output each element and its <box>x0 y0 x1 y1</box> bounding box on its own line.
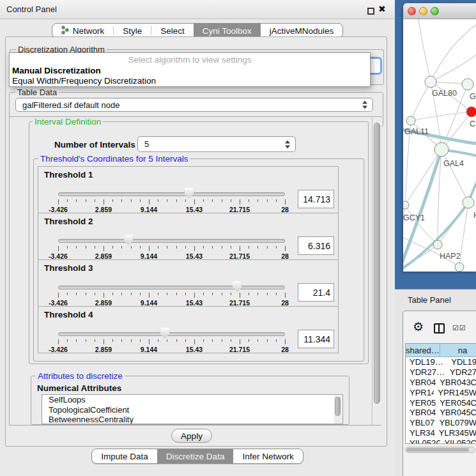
node-label: C <box>470 119 475 128</box>
node-table[interactable]: shared… na YDL19…YDL19YDR27…YDR27YBR043C… <box>405 343 476 444</box>
apply-button[interactable]: Apply <box>171 429 212 443</box>
close-icon[interactable]: ✖ <box>378 4 386 14</box>
zoom-traffic-light-icon[interactable] <box>431 7 439 15</box>
attributes-scrollbar[interactable] <box>334 395 342 424</box>
network-node[interactable] <box>455 263 464 272</box>
threshold-slider[interactable]: -3.4262.8599.14415.4321.71528 <box>58 307 285 354</box>
cell-name[interactable]: YDL19 <box>447 357 476 367</box>
threshold-value-field[interactable] <box>298 190 334 208</box>
cell-name[interactable]: YBR043C <box>436 378 476 387</box>
network-node-c[interactable] <box>466 107 476 117</box>
cell-name[interactable]: YBL079W <box>435 418 476 427</box>
network-node-gal80[interactable] <box>425 76 436 88</box>
cell-shared-name[interactable]: YPR145W <box>406 388 434 397</box>
threshold-slider[interactable]: -3.4262.8599.14415.4321.71528 <box>58 167 285 214</box>
bottom-tab-discretize-data[interactable]: Discretize Data <box>157 449 234 463</box>
cell-shared-name[interactable]: YBR045C <box>406 408 436 417</box>
numerical-attributes-list[interactable]: SelfLoopsTopologicalCoefficientBetweenne… <box>42 394 343 424</box>
network-window-titlebar[interactable] <box>403 3 476 19</box>
network-edge[interactable] <box>418 19 431 82</box>
table-row[interactable]: YDR27…YDR27 <box>406 367 476 378</box>
network-edge[interactable] <box>441 150 468 203</box>
table-row[interactable]: YPR145WYPR145W <box>406 387 476 397</box>
network-node-gcy1[interactable] <box>403 201 409 209</box>
threshold-value-field[interactable] <box>298 330 334 348</box>
horizontal-scrollbar-thumb[interactable] <box>406 448 469 452</box>
slider-track[interactable] <box>58 239 285 243</box>
slider-thumb[interactable] <box>184 188 194 199</box>
tab-jactivemnodules[interactable]: jActiveMNodules <box>261 24 343 38</box>
table-row[interactable]: YBR045CYBR045C <box>406 408 476 418</box>
threshold-slider[interactable]: -3.4262.8599.14415.4321.71528 <box>58 213 285 261</box>
threshold-row-4: Threshold 4-3.4262.8599.14415.4321.71528 <box>38 306 339 353</box>
network-node-gal11[interactable] <box>406 116 415 125</box>
network-edge[interactable] <box>431 24 476 82</box>
table-row[interactable]: YBL079WYBL079W <box>406 418 476 428</box>
tab-network[interactable]: Network <box>52 24 114 38</box>
tab-cyni-toolbox[interactable]: Cyni Toolbox <box>194 24 261 38</box>
cell-shared-name[interactable]: YER054C <box>406 398 436 408</box>
network-window[interactable]: GAL80GACGAL11GAL4GCY1HHAP2 <box>403 3 476 272</box>
column-header-name[interactable]: na <box>440 344 476 357</box>
tab-style[interactable]: Style <box>114 24 151 38</box>
slider-thumb[interactable] <box>124 234 134 245</box>
table-row[interactable]: YDL19…YDL19 <box>406 357 476 367</box>
cell-shared-name[interactable]: YDR27… <box>406 367 446 377</box>
column-header-shared-name[interactable]: shared… <box>406 344 440 357</box>
tab-label: Infer Network <box>242 452 293 461</box>
cell-shared-name[interactable]: YDL19… <box>406 357 447 367</box>
tab-select[interactable]: Select <box>151 24 194 38</box>
popup-item-manual-discretization[interactable]: Manual Discretization <box>10 66 370 77</box>
table-row[interactable]: YBR043CYBR043C <box>406 378 476 388</box>
network-node-ga[interactable] <box>462 79 473 90</box>
bottom-tab-impute-data[interactable]: Impute Data <box>92 449 157 463</box>
network-canvas[interactable]: GAL80GACGAL11GAL4GCY1HHAP2 <box>403 19 476 272</box>
network-edge[interactable] <box>411 82 431 121</box>
cell-shared-name[interactable]: YLR345W <box>406 428 435 438</box>
network-edge[interactable] <box>405 150 441 205</box>
minimize-traffic-light-icon[interactable] <box>419 7 427 15</box>
cell-shared-name[interactable]: YIL052C <box>406 438 440 444</box>
column-layout-icon[interactable] <box>434 323 445 334</box>
threshold-value-field[interactable] <box>298 236 334 255</box>
slider-track[interactable] <box>58 192 285 196</box>
attribute-item[interactable]: TopologicalCoefficient <box>42 405 342 415</box>
cell-name[interactable]: YPR145W <box>434 388 476 397</box>
checkbox-icons[interactable]: ☑☑ <box>452 324 466 332</box>
table-row[interactable]: YER054CYER054C <box>406 397 476 408</box>
cell-name[interactable]: YER054C <box>436 398 476 408</box>
cell-name[interactable]: YLR345W <box>435 428 476 438</box>
slider-track[interactable] <box>58 286 285 289</box>
network-edge[interactable] <box>431 54 476 82</box>
slider-track[interactable] <box>58 332 285 336</box>
cell-name[interactable]: YBR045C <box>436 408 476 417</box>
table-data-combobox[interactable]: galFiltered.sif default node <box>15 98 373 112</box>
gear-icon[interactable]: ⚙ <box>413 321 424 333</box>
vertical-scrollbar-thumb[interactable] <box>374 123 380 404</box>
table-row[interactable]: YLR345WYLR345W <box>406 428 476 438</box>
popup-item-equal-width-frequency[interactable]: Equal Width/Frequency Discretization <box>10 76 370 87</box>
table-row[interactable]: YIL052CYIL052C <box>406 438 476 444</box>
cell-shared-name[interactable]: YBL079W <box>406 418 435 427</box>
threshold-value-field[interactable] <box>298 283 334 302</box>
cell-shared-name[interactable]: YBR043C <box>406 378 436 387</box>
vertical-scrollbar[interactable] <box>372 118 381 425</box>
num-intervals-combobox[interactable]: 5 <box>137 136 296 152</box>
attribute-item[interactable]: SelfLoops <box>42 395 342 405</box>
network-node-gal4[interactable] <box>434 142 449 157</box>
slider-thumb[interactable] <box>233 281 242 292</box>
network-node-hap2[interactable] <box>433 240 442 249</box>
slider-thumb[interactable] <box>160 328 169 339</box>
attribute-item[interactable]: BetweennessCentrality <box>42 415 342 424</box>
threshold-slider[interactable]: -3.4262.8599.14415.4321.71528 <box>58 260 285 307</box>
cell-name[interactable]: YDR27 <box>446 367 476 377</box>
horizontal-scrollbar[interactable] <box>405 447 475 453</box>
network-edge[interactable] <box>411 112 472 121</box>
bottom-tab-infer-network[interactable]: Infer Network <box>233 449 302 463</box>
float-window-icon[interactable] <box>367 8 374 15</box>
threshold-group-label: Threshold's Coordinates for 5 Intervals <box>38 154 190 164</box>
cell-name[interactable]: YIL052C <box>440 438 476 444</box>
network-node-h[interactable] <box>463 197 474 208</box>
bottom-tab-bar: Impute DataDiscretize DataInfer Network <box>0 449 395 464</box>
close-traffic-light-icon[interactable] <box>408 7 416 15</box>
